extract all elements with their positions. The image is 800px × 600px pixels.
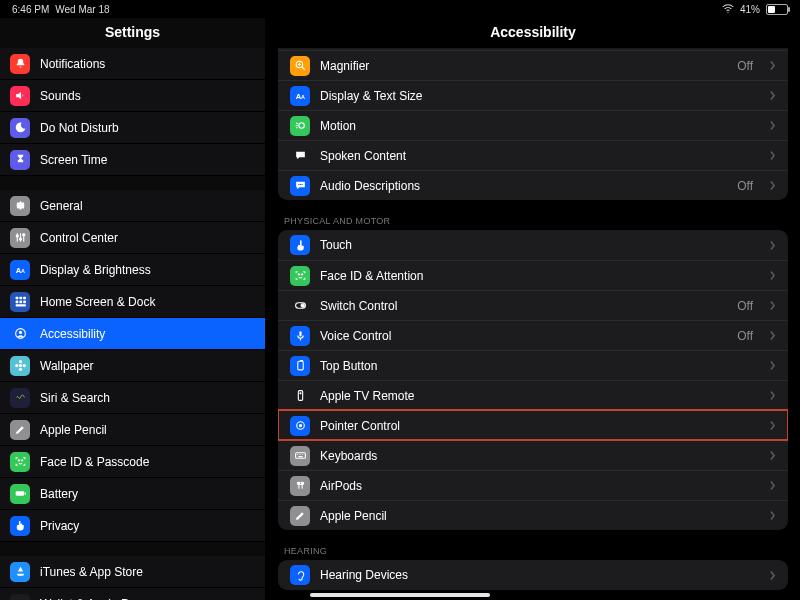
tv-remote-icon xyxy=(290,386,310,406)
svg-rect-6 xyxy=(15,297,18,300)
svg-point-17 xyxy=(18,368,21,371)
faceid-icon xyxy=(290,266,310,286)
status-date: Wed Mar 18 xyxy=(55,4,109,15)
motion-icon xyxy=(290,116,310,136)
bubble-icon xyxy=(290,146,310,166)
detail-item-textsize[interactable]: AADisplay & Text Size xyxy=(278,80,788,110)
svg-rect-24 xyxy=(24,492,25,494)
keyboard-icon xyxy=(290,446,310,466)
sliders-icon xyxy=(10,228,30,248)
detail-item-label: Switch Control xyxy=(320,299,397,313)
detail-group: Touch Face ID & Attention Switch Control… xyxy=(278,230,788,530)
detail-item-label: AirPods xyxy=(320,479,362,493)
sidebar-item-screentime[interactable]: Screen Time xyxy=(0,144,265,176)
svg-point-33 xyxy=(299,184,300,185)
sidebar-item-label: Accessibility xyxy=(40,327,105,341)
magnifier-icon xyxy=(290,56,310,76)
speaker-icon xyxy=(10,86,30,106)
detail-item-tvremote[interactable]: Apple TV Remote xyxy=(278,380,788,410)
detail-item-keyboards[interactable]: Keyboards xyxy=(278,440,788,470)
detail-item-audiodesc[interactable]: Audio DescriptionsOff xyxy=(278,170,788,200)
sidebar-item-wallpaper[interactable]: Wallpaper xyxy=(0,350,265,382)
sidebar-item-label: Sounds xyxy=(40,89,81,103)
sidebar-item-label: Notifications xyxy=(40,57,105,71)
detail-item-applepencil2[interactable]: Apple Pencil xyxy=(278,500,788,530)
sidebar-item-label: iTunes & App Store xyxy=(40,565,143,579)
detail-item-topbtn[interactable]: Top Button xyxy=(278,350,788,380)
pencil-icon xyxy=(290,506,310,526)
sidebar-item-privacy[interactable]: Privacy xyxy=(0,510,265,542)
detail-item-hearing[interactable]: Hearing Devices xyxy=(278,560,788,590)
detail-item-label: Voice Control xyxy=(320,329,391,343)
detail-item-label: Display & Text Size xyxy=(320,89,423,103)
sidebar-item-notifications[interactable]: Notifications xyxy=(0,48,265,80)
sidebar-item-label: Wallet & Apple Pay xyxy=(40,597,142,601)
detail-pane: Accessibility ZoomOffMagnifierOffAADispl… xyxy=(266,18,800,600)
svg-point-19 xyxy=(22,364,25,367)
sidebar-item-sounds[interactable]: Sounds xyxy=(0,80,265,112)
svg-point-38 xyxy=(301,304,304,307)
sidebar-item-controlcenter[interactable]: Control Center xyxy=(0,222,265,254)
detail-item-label: Hearing Devices xyxy=(320,568,408,582)
chevron-right-icon xyxy=(769,120,776,131)
svg-text:A: A xyxy=(301,94,305,100)
sidebar-item-label: Display & Brightness xyxy=(40,263,151,277)
detail-item-airpods[interactable]: AirPods xyxy=(278,470,788,500)
detail-item-voice[interactable]: Voice ControlOff xyxy=(278,320,788,350)
detail-item-label: Face ID & Attention xyxy=(320,269,423,283)
text-aa-icon: AA xyxy=(10,260,30,280)
detail-item-value: Off xyxy=(737,59,753,73)
settings-sidebar: Settings NotificationsSoundsDo Not Distu… xyxy=(0,18,266,600)
svg-rect-40 xyxy=(297,361,302,370)
svg-point-1 xyxy=(16,235,18,237)
sidebar-item-label: Privacy xyxy=(40,519,79,533)
grid-icon xyxy=(10,292,30,312)
svg-rect-7 xyxy=(19,297,22,300)
detail-item-pointer[interactable]: Pointer Control xyxy=(278,410,788,440)
detail-item-spoken[interactable]: Spoken Content xyxy=(278,140,788,170)
svg-point-14 xyxy=(18,331,21,334)
sidebar-item-faceid[interactable]: Face ID & Passcode xyxy=(0,446,265,478)
chevron-right-icon xyxy=(769,420,776,431)
sidebar-item-dnd[interactable]: Do Not Disturb xyxy=(0,112,265,144)
sidebar-item-accessibility[interactable]: Accessibility xyxy=(0,318,265,350)
sidebar-item-siri[interactable]: Siri & Search xyxy=(0,382,265,414)
status-time: 6:46 PM xyxy=(12,4,49,15)
sidebar-item-pencil[interactable]: Apple Pencil xyxy=(0,414,265,446)
detail-item-touch[interactable]: Touch xyxy=(278,230,788,260)
detail-item-magnifier[interactable]: MagnifierOff xyxy=(278,50,788,80)
sidebar-item-appstore[interactable]: iTunes & App Store xyxy=(0,556,265,588)
detail-item-label: Spoken Content xyxy=(320,149,406,163)
detail-item-switch[interactable]: Switch ControlOff xyxy=(278,290,788,320)
detail-item-label: Apple Pencil xyxy=(320,509,387,523)
home-indicator[interactable] xyxy=(310,593,490,597)
sidebar-item-display[interactable]: AADisplay & Brightness xyxy=(0,254,265,286)
chevron-right-icon xyxy=(769,570,776,581)
group-header: HEARING xyxy=(266,546,800,560)
sidebar-item-battery[interactable]: Battery xyxy=(0,478,265,510)
sidebar-item-homescreen[interactable]: Home Screen & Dock xyxy=(0,286,265,318)
touch-icon xyxy=(290,235,310,255)
detail-scroll[interactable]: ZoomOffMagnifierOffAADisplay & Text Size… xyxy=(266,48,800,600)
hourglass-icon xyxy=(10,150,30,170)
sidebar-scroll[interactable]: NotificationsSoundsDo Not DisturbScreen … xyxy=(0,48,265,600)
sidebar-item-label: General xyxy=(40,199,83,213)
detail-item-label: Keyboards xyxy=(320,449,377,463)
sidebar-item-wallet[interactable]: Wallet & Apple Pay xyxy=(0,588,265,600)
detail-item-motion[interactable]: Motion xyxy=(278,110,788,140)
detail-item-label: Top Button xyxy=(320,359,377,373)
svg-point-31 xyxy=(298,123,303,128)
svg-rect-23 xyxy=(15,491,24,495)
chevron-right-icon xyxy=(769,270,776,281)
sidebar-item-general[interactable]: General xyxy=(0,190,265,222)
hand-icon xyxy=(10,516,30,536)
detail-item-label: Touch xyxy=(320,238,352,252)
svg-rect-10 xyxy=(19,300,22,303)
pointer-icon xyxy=(290,416,310,436)
detail-item-faceatt[interactable]: Face ID & Attention xyxy=(278,260,788,290)
sidebar-item-label: Battery xyxy=(40,487,78,501)
person-circle-icon xyxy=(10,324,30,344)
bell-icon xyxy=(10,54,30,74)
gear-icon xyxy=(10,196,30,216)
sidebar-item-label: Face ID & Passcode xyxy=(40,455,149,469)
